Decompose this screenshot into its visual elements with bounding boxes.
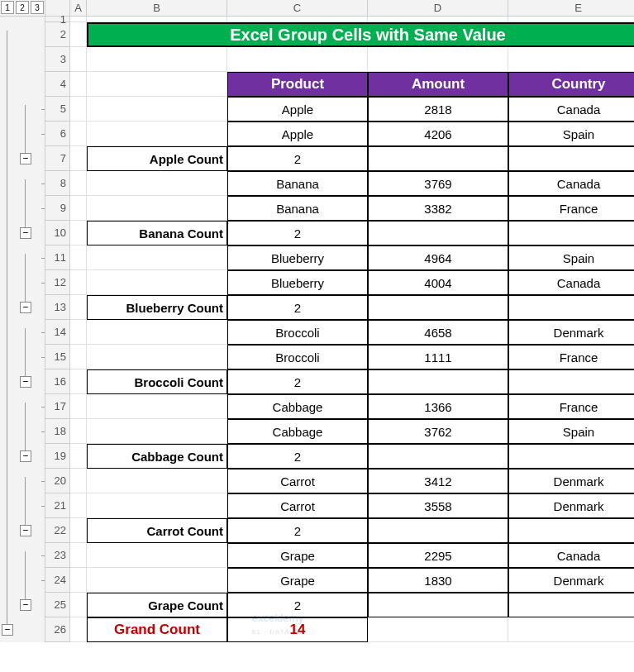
outline-collapse-group-5[interactable]: − [20, 525, 31, 536]
cell-empty[interactable] [368, 221, 508, 245]
cell-empty[interactable] [70, 568, 87, 593]
outline-collapse-grand[interactable]: − [2, 624, 13, 636]
cell-empty[interactable] [70, 617, 87, 642]
count-label[interactable]: Broccoli Count [87, 369, 227, 394]
cell-empty[interactable] [508, 518, 634, 543]
cell-empty[interactable] [368, 444, 508, 469]
cell-amount[interactable]: 2295 [368, 543, 508, 568]
page-title[interactable]: Excel Group Cells with Same Value [87, 22, 634, 47]
cell-empty[interactable] [87, 568, 227, 593]
row-header-11[interactable]: 11 [45, 245, 69, 270]
cell-country[interactable]: Canada [508, 171, 634, 196]
outline-level-1[interactable]: 1 [1, 1, 14, 14]
cell-product[interactable]: Grape [227, 568, 368, 593]
cell-empty[interactable] [87, 543, 227, 568]
cell-empty[interactable] [70, 543, 87, 568]
row-header-17[interactable]: 17 [45, 394, 69, 419]
row-header-23[interactable]: 23 [45, 543, 69, 568]
cell-empty[interactable] [87, 196, 227, 221]
cell-amount[interactable]: 1111 [368, 345, 508, 369]
cell-empty[interactable] [70, 245, 87, 270]
cell-empty[interactable] [87, 17, 227, 22]
cell-product[interactable]: Broccoli [227, 345, 368, 369]
cell-empty[interactable] [70, 295, 87, 320]
cell-product[interactable]: Blueberry [227, 245, 368, 270]
cell-amount[interactable]: 4658 [368, 320, 508, 345]
row-header-14[interactable]: 14 [45, 320, 69, 345]
cell-empty[interactable] [70, 320, 87, 345]
cell-empty[interactable] [227, 17, 368, 22]
cell-empty[interactable] [368, 146, 508, 171]
grand-count-label[interactable]: Grand Count [87, 617, 227, 642]
cell-empty[interactable] [70, 394, 87, 419]
row-header-19[interactable]: 19 [45, 444, 69, 469]
cell-empty[interactable] [87, 320, 227, 345]
row-header-1[interactable]: 1 [45, 17, 69, 22]
row-header-12[interactable]: 12 [45, 270, 69, 295]
cell-empty[interactable] [70, 17, 87, 22]
cell-empty[interactable] [508, 369, 634, 394]
cell-empty[interactable] [87, 245, 227, 270]
outline-collapse-group-2[interactable]: − [20, 302, 31, 313]
cell-country[interactable]: France [508, 196, 634, 221]
cell-empty[interactable] [508, 221, 634, 245]
cell-empty[interactable] [87, 171, 227, 196]
header-country[interactable]: Country [508, 72, 634, 97]
cell-empty[interactable] [87, 493, 227, 518]
cell-country[interactable]: Denmark [508, 493, 634, 518]
cell-empty[interactable] [70, 97, 87, 122]
select-all-corner[interactable] [45, 0, 70, 16]
cell-empty[interactable] [368, 17, 508, 22]
outline-level-2[interactable]: 2 [16, 1, 29, 14]
cell-empty[interactable] [227, 47, 368, 72]
cell-country[interactable]: Canada [508, 270, 634, 295]
cell-empty[interactable] [70, 146, 87, 171]
cell-empty[interactable] [87, 97, 227, 122]
cell-amount[interactable]: 1830 [368, 568, 508, 593]
count-label[interactable]: Grape Count [87, 593, 227, 617]
row-header-4[interactable]: 4 [45, 72, 69, 97]
cell-country[interactable]: France [508, 394, 634, 419]
cell-empty[interactable] [70, 122, 87, 146]
cell-empty[interactable] [70, 270, 87, 295]
row-header-9[interactable]: 9 [45, 196, 69, 221]
col-header-C[interactable]: C [227, 0, 368, 16]
cell-empty[interactable] [87, 270, 227, 295]
row-header-3[interactable]: 3 [45, 47, 69, 72]
cell-empty[interactable] [368, 47, 508, 72]
cell-empty[interactable] [508, 444, 634, 469]
cell-country[interactable]: Denmark [508, 320, 634, 345]
cell-empty[interactable] [70, 22, 87, 47]
cell-empty[interactable] [87, 394, 227, 419]
row-header-25[interactable]: 25 [45, 593, 69, 617]
outline-collapse-group-6[interactable]: − [20, 599, 31, 611]
cell-product[interactable]: Carrot [227, 469, 368, 493]
row-header-6[interactable]: 6 [45, 122, 69, 146]
cell-empty[interactable] [508, 617, 634, 642]
cell-empty[interactable] [508, 295, 634, 320]
cell-empty[interactable] [70, 419, 87, 444]
cells-area[interactable]: Excel Group Cells with Same ValueProduct… [70, 17, 634, 642]
outline-collapse-group-3[interactable]: − [20, 376, 31, 388]
cell-country[interactable]: Canada [508, 97, 634, 122]
count-value[interactable]: 2 [227, 295, 368, 320]
cell-empty[interactable] [368, 518, 508, 543]
cell-amount[interactable]: 2818 [368, 97, 508, 122]
grand-count-value[interactable]: 14 [227, 617, 368, 642]
count-label[interactable]: Apple Count [87, 146, 227, 171]
cell-empty[interactable] [368, 617, 508, 642]
row-header-8[interactable]: 8 [45, 171, 69, 196]
cell-product[interactable]: Broccoli [227, 320, 368, 345]
outline-collapse-group-0[interactable]: − [20, 153, 31, 164]
cell-empty[interactable] [70, 593, 87, 617]
cell-amount[interactable]: 3558 [368, 493, 508, 518]
cell-amount[interactable]: 4206 [368, 122, 508, 146]
cell-product[interactable]: Carrot [227, 493, 368, 518]
count-value[interactable]: 2 [227, 444, 368, 469]
cell-empty[interactable] [87, 419, 227, 444]
count-value[interactable]: 2 [227, 146, 368, 171]
row-header-24[interactable]: 24 [45, 568, 69, 593]
cell-empty[interactable] [70, 47, 87, 72]
row-header-15[interactable]: 15 [45, 345, 69, 369]
count-label[interactable]: Banana Count [87, 221, 227, 245]
